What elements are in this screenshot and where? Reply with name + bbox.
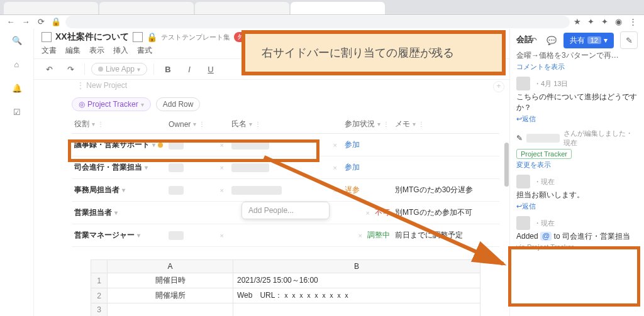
mention-chip[interactable]: @	[540, 232, 552, 241]
sort-icon[interactable]: ▾	[193, 121, 196, 128]
back-icon[interactable]: ←	[5, 16, 16, 28]
col-name: 氏名▾⋮	[229, 115, 342, 133]
clear-icon[interactable]: ×	[333, 187, 337, 194]
clear-icon[interactable]: ×	[220, 232, 224, 239]
clear-icon[interactable]: ×	[358, 232, 362, 239]
clear-icon[interactable]: ×	[333, 141, 337, 149]
search-icon[interactable]: 🔍	[11, 34, 23, 46]
clear-icon[interactable]: ×	[220, 141, 224, 149]
memo-cell[interactable]: 別MTGのため30分遅参	[395, 185, 473, 195]
sort-icon[interactable]: ▾	[249, 121, 252, 128]
status-cell[interactable]: 参加	[345, 139, 360, 150]
comment-meta: ・4月 13日	[534, 79, 568, 89]
table-row[interactable]: 議事録・営業サポート▾ × × 参加	[72, 134, 499, 156]
status-cell[interactable]: 参加	[345, 162, 360, 173]
doc-icon	[133, 32, 143, 42]
menu-view[interactable]: 表示	[89, 45, 104, 56]
memo-cell[interactable]: 前日までに調整予定	[395, 230, 463, 241]
clear-icon[interactable]: ×	[366, 209, 370, 217]
sort-icon[interactable]: ▾	[92, 121, 95, 128]
col-a-header[interactable]: A	[108, 260, 233, 273]
reply-arrow-icon: ↩	[516, 115, 522, 123]
share-label: 共有	[570, 35, 585, 46]
history-icon[interactable]: ↶	[528, 35, 540, 46]
bold-button[interactable]: B	[160, 62, 175, 77]
home-icon[interactable]: ⌂	[11, 58, 23, 70]
scrollbar[interactable]	[504, 143, 509, 187]
comment-item[interactable]: ・現在 担当お願いします。 ↩返信	[516, 175, 638, 211]
kebab-menu-icon[interactable]: ⋮	[629, 17, 639, 27]
comment-item[interactable]: ・4月 13日 こちらの件について進捗はどうですか？ ↩返信	[516, 77, 638, 124]
bell-icon[interactable]: 🔔	[11, 82, 23, 94]
browser-tab[interactable]	[99, 2, 194, 14]
comment-item[interactable]: 金曜→価格を3パターンで再… コメントを表示	[516, 50, 638, 72]
browser-tab-active[interactable]	[291, 2, 385, 14]
corner-cell	[91, 260, 108, 273]
redo-button[interactable]: ↷	[63, 62, 78, 77]
activity-item[interactable]: ✎さんが編集しました・現在 Project Tracker 変更を表示	[516, 129, 638, 170]
add-row-button[interactable]: Add Row	[156, 97, 201, 111]
col-role: 役割▾⋮	[72, 115, 166, 133]
share-button[interactable]: 共有 12 ▾	[564, 33, 614, 48]
comment-icon[interactable]: 💬	[546, 35, 557, 46]
sort-icon[interactable]: ▾	[413, 121, 416, 128]
sort-icon[interactable]: ▾	[377, 121, 380, 128]
extensions-menu-icon[interactable]: ✦	[601, 17, 611, 27]
live-app-pill[interactable]: Live App ▾	[91, 63, 147, 75]
doc-title[interactable]: XX社案件について	[55, 31, 129, 43]
status-cell[interactable]: 遅参	[345, 185, 360, 195]
details-table[interactable]: A B 1開催日時2021/3/25 15:00～16:00 2開催場所Web …	[91, 259, 480, 316]
comment-text: 担当お願いします。	[516, 190, 638, 200]
address-bar[interactable]	[65, 16, 570, 28]
underline-button[interactable]: U	[203, 62, 218, 77]
plus-icon[interactable]: +	[493, 81, 504, 92]
project-toolbar: ◎ Project Tracker ▾ Add Row	[72, 94, 509, 115]
add-people-popover[interactable]: Add People...	[242, 202, 330, 219]
menu-file[interactable]: 文書	[42, 45, 57, 56]
extension-icon[interactable]: ✦	[587, 17, 597, 27]
memo-cell[interactable]: 別MTGのため参加不可	[395, 207, 472, 218]
browser-tab[interactable]	[4, 2, 98, 14]
new-project-label: New Project	[86, 81, 127, 90]
role-cell: 営業担当者	[74, 207, 112, 218]
table-row[interactable]: 営業担当者▾ ×不可 別MTGのため参加不可 Add People...	[72, 202, 499, 224]
extension-icon[interactable]: ★	[574, 17, 584, 27]
browser-tab[interactable]	[195, 2, 289, 14]
table-row: 3	[91, 303, 480, 317]
profile-icon[interactable]: ◉	[615, 17, 625, 27]
activity-item-assignment[interactable]: ・現在 Added @ to 司会進行・営業担当 via Project Tra…	[516, 216, 638, 251]
owner-avatar	[169, 231, 184, 240]
checkbox-icon[interactable]: ☑	[11, 106, 23, 118]
clear-icon[interactable]: ×	[220, 187, 224, 194]
undo-button[interactable]: ↶	[42, 62, 57, 77]
reload-icon[interactable]: ⟳	[35, 16, 47, 28]
menu-format[interactable]: 書式	[137, 45, 152, 56]
comment-text: 金曜→価格を3パターンで再…	[516, 50, 638, 61]
menu-insert[interactable]: 挿入	[113, 45, 128, 56]
share-count: 12	[587, 36, 601, 44]
clear-icon[interactable]: ×	[333, 164, 337, 172]
clear-icon[interactable]: ×	[220, 164, 224, 172]
name-blur	[231, 186, 282, 195]
template-link[interactable]: テストテンプレート集	[161, 33, 230, 42]
project-tracker-pill[interactable]: ◎ Project Tracker ▾	[72, 97, 151, 111]
table-row[interactable]: 司会進行・営業担当▾ × × 参加	[72, 156, 499, 179]
forward-icon[interactable]: →	[20, 16, 31, 28]
show-comments-link[interactable]: コメントを表示	[516, 62, 638, 72]
table-row[interactable]: 事務局担当者▾ × × 遅参 別MTGのため30分遅参	[72, 179, 499, 202]
col-b-header[interactable]: B	[233, 260, 480, 273]
reply-link[interactable]: 返信	[522, 202, 536, 210]
doc-icon	[42, 32, 52, 42]
status-cell[interactable]: 不可	[375, 207, 390, 218]
top-right-controls: ↶ 💬 共有 12 ▾ ✎	[528, 31, 638, 49]
compose-button[interactable]: ✎	[620, 31, 638, 49]
table-row[interactable]: 営業マネージャー▾ × ×調整中 前日までに調整予定	[72, 224, 499, 247]
menu-edit[interactable]: 編集	[65, 45, 80, 56]
new-project-placeholder[interactable]: ⋮ New Project +	[72, 80, 509, 91]
tracker-table: 役割▾⋮ Owner▾⋮ 氏名▾⋮ 参加状況▾⋮ メモ▾⋮ 議事録・営業サポート…	[72, 115, 499, 247]
reply-link[interactable]: 返信	[522, 115, 536, 123]
status-cell[interactable]: 調整中	[367, 230, 390, 241]
project-tracker-label: Project Tracker	[87, 100, 138, 109]
italic-button[interactable]: I	[182, 62, 197, 77]
show-changes-link[interactable]: 変更を表示	[516, 160, 638, 170]
